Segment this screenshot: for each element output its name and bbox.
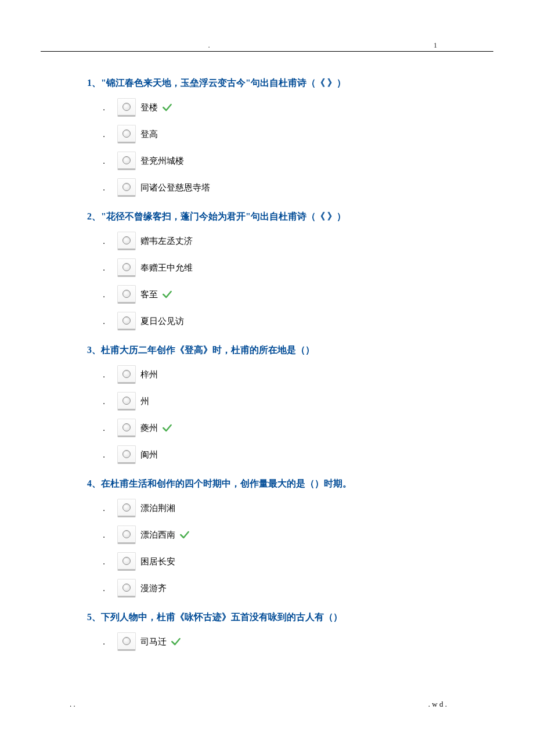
q3-option-c: . 夔州 [87,419,447,437]
question-5-title: 5、下列人物中，杜甫《咏怀古迹》五首没有咏到的古人有（） [87,610,447,624]
radio-button[interactable] [117,525,136,544]
bullet-dot: . [91,316,117,326]
check-icon [179,529,190,541]
option-label: 阆州 [140,449,158,460]
page-footer: . . . w d . [0,676,534,726]
radio-button[interactable] [117,365,136,384]
q2-option-a: . 赠韦左丞丈济 [87,232,447,250]
radio-button[interactable] [117,285,136,304]
q2-option-d: . 夏日公见访 [87,312,447,330]
option-label: 客至 [140,289,158,300]
option-label: 夔州 [140,423,158,434]
radio-circle-icon [122,316,131,325]
bullet-dot: . [91,236,117,246]
radio-circle-icon [122,530,131,538]
bullet-dot: . [91,423,117,433]
footer-right: . w d . [428,700,447,709]
question-4-title-text: 4、在杜甫生活和创作的四个时期中，创作量最大的是（）时期。 [87,478,352,488]
bullet-dot: . [91,503,117,513]
q2-option-c: . 客至 [87,285,447,304]
question-2-title-text: 2、"花径不曾缘客扫，蓬门今始为君开"句出自杜甫诗（《 》） [87,211,346,221]
radio-button[interactable] [117,445,136,464]
radio-circle-icon [122,290,131,298]
radio-circle-icon [122,236,131,244]
bullet-dot: . [91,183,117,193]
option-label: 赠韦左丞丈济 [140,236,193,247]
question-2-title: 2、"花径不曾缘客扫，蓬门今始为君开"句出自杜甫诗（《 》） [87,210,447,224]
footer-left: . . [70,700,75,709]
content: 1、"锦江春色来天地，玉垒浮云变古今"句出自杜甫诗（《 》） . 登楼 . 登高… [0,52,534,676]
option-label: 司马迁 [140,636,167,647]
header-page-number: 1 [377,41,493,50]
bullet-dot: . [91,156,117,166]
option-label: 奉赠王中允维 [140,262,193,273]
radio-button[interactable] [117,152,136,170]
radio-circle-icon [122,397,131,405]
page-header: . 1 [0,0,534,50]
q5-option-a: . 司马迁 [87,632,447,651]
radio-circle-icon [122,103,131,111]
radio-button[interactable] [117,98,136,117]
option-label: 登高 [140,129,158,140]
radio-circle-icon [122,263,131,271]
q1-option-c: . 登兖州城楼 [87,152,447,170]
bullet-dot: . [91,557,117,567]
bullet-dot: . [91,397,117,406]
radio-circle-icon [122,450,131,458]
option-label: 夏日公见访 [140,316,184,327]
bullet-dot: . [91,370,117,380]
question-1-title: 1、"锦江春色来天地，玉垒浮云变古今"句出自杜甫诗（《 》） [87,76,447,90]
radio-button[interactable] [117,232,136,250]
option-label: 州 [140,396,149,407]
q4-option-c: . 困居长安 [87,552,447,571]
q1-option-b: . 登高 [87,125,447,143]
question-4-title: 4、在杜甫生活和创作的四个时期中，创作量最大的是（）时期。 [87,477,447,491]
radio-circle-icon [122,370,131,378]
option-label: 困居长安 [140,556,175,567]
bullet-dot: . [91,290,117,300]
radio-circle-icon [122,156,131,164]
bullet-dot: . [91,450,117,460]
radio-button[interactable] [117,419,136,437]
option-label: 漂泊荆湘 [140,503,175,514]
question-5-title-text: 5、下列人物中，杜甫《咏怀古迹》五首没有咏到的古人有（） [87,612,342,622]
check-icon [161,289,173,300]
radio-circle-icon [122,557,131,565]
radio-circle-icon [122,637,131,645]
check-icon [161,422,173,434]
option-label: 漫游齐 [140,583,167,594]
q3-option-d: . 阆州 [87,445,447,464]
bullet-dot: . [91,530,117,540]
radio-circle-icon [122,129,131,138]
radio-button[interactable] [117,392,136,411]
radio-button[interactable] [117,312,136,330]
bullet-dot: . [91,263,117,273]
q4-option-b: . 漂泊西南 [87,525,447,544]
bullet-dot: . [91,129,117,139]
option-label: 登兖州城楼 [140,156,184,167]
option-label: 梓州 [140,369,158,380]
radio-button[interactable] [117,552,136,571]
radio-button[interactable] [117,258,136,277]
radio-button[interactable] [117,125,136,143]
check-icon [170,636,182,647]
radio-circle-icon [122,584,131,592]
radio-button[interactable] [117,579,136,597]
q1-option-d: . 同诸公登慈恩寺塔 [87,178,447,197]
option-label: 登楼 [140,102,158,113]
radio-circle-icon [122,503,131,512]
radio-circle-icon [122,183,131,191]
question-3-title: 3、杜甫大历二年创作《登高》时，杜甫的所在地是（） [87,343,447,357]
check-icon [161,102,173,113]
radio-button[interactable] [117,499,136,517]
radio-button[interactable] [117,632,136,651]
option-label: 同诸公登慈恩寺塔 [140,182,210,193]
q4-option-a: . 漂泊荆湘 [87,499,447,517]
q2-option-b: . 奉赠王中允维 [87,258,447,277]
radio-button[interactable] [117,178,136,197]
radio-circle-icon [122,423,131,431]
q1-option-a: . 登楼 [87,98,447,117]
bullet-dot: . [91,584,117,593]
header-left-mark: . [41,41,377,50]
bullet-dot: . [91,637,117,647]
